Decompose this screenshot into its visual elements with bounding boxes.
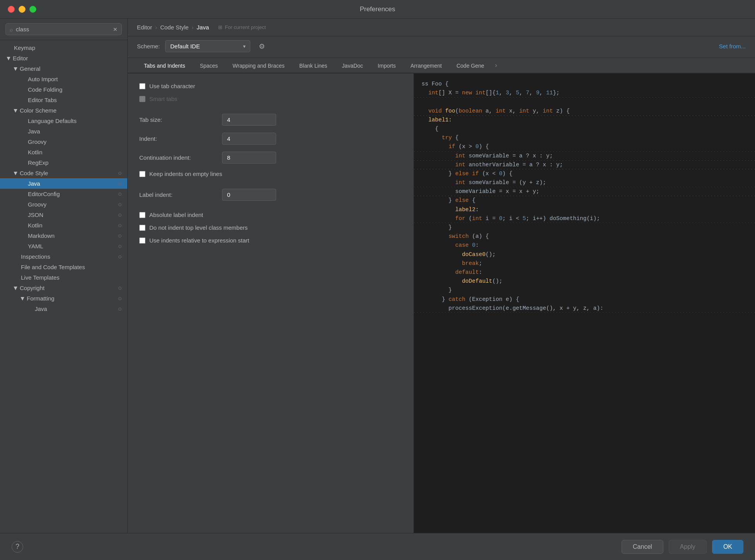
checkbox-use-tab-char[interactable] [139, 83, 145, 89]
tab-imports[interactable]: Imports [371, 59, 403, 73]
tree-item-label: Groovy [28, 201, 46, 208]
main-content: ⌕ ✕ Keymap▶Editor▶GeneralAuto ImportCode… [0, 19, 755, 533]
tree-item-groovy-cs[interactable]: Groovy⊙ [0, 199, 127, 210]
settings-panel: Use tab characterSmart tabsTab size:Inde… [128, 73, 414, 533]
checkbox-use-indents-relative[interactable] [139, 237, 145, 244]
code-line-6: try { [414, 133, 755, 142]
tree-item-general[interactable]: ▶General [0, 63, 127, 74]
tree-item-kotlin-cs[interactable]: Kotlin⊙ [0, 220, 127, 230]
code-line-17: switch (a) { [414, 232, 755, 241]
close-button[interactable] [8, 6, 15, 13]
tree-item-label: Editor Tabs [28, 97, 57, 103]
code-line-9: int anotherVariable = a ? x : y; [414, 160, 755, 169]
tab-code-gen[interactable]: Code Gene [449, 59, 491, 73]
field-label-tab-size: Tab size: [139, 116, 217, 123]
copy-icon: ⊙ [118, 171, 122, 176]
tree-item-auto-import[interactable]: Auto Import [0, 74, 127, 84]
tab-more-button[interactable]: › [492, 58, 500, 73]
copy-icon: ⊙ [118, 254, 122, 260]
breadcrumb-project: ⊞ For current project [218, 24, 266, 30]
clear-search-button[interactable]: ✕ [113, 26, 118, 32]
tree-item-kotlin-color[interactable]: Kotlin [0, 147, 127, 157]
tree-item-java-color[interactable]: Java [0, 126, 127, 137]
tree-item-label: Kotlin [28, 149, 43, 155]
tree-item-formatting[interactable]: ▶Formatting⊙ [0, 293, 127, 304]
checkbox-row-keep-indents: Keep indents on empty lines [139, 171, 402, 177]
tree-item-language-defaults[interactable]: Language Defaults [0, 116, 127, 126]
tab-wrapping-braces[interactable]: Wrapping and Braces [225, 59, 291, 73]
tree-item-markdown-cs[interactable]: Markdown⊙ [0, 230, 127, 241]
ok-button[interactable]: OK [712, 540, 743, 554]
search-input[interactable] [16, 26, 110, 32]
tree-item-copyright[interactable]: ▶Copyright⊙ [0, 283, 127, 293]
tree-item-label: RegExp [28, 159, 48, 166]
tree-item-editorconfig[interactable]: EditorConfig⊙ [0, 189, 127, 199]
field-input-label-indent[interactable] [222, 189, 276, 201]
scheme-gear-button[interactable]: ⚙ [256, 41, 268, 52]
maximize-button[interactable] [29, 6, 36, 13]
tree-item-label: Groovy [28, 138, 46, 145]
help-button[interactable]: ? [12, 541, 23, 553]
tree-item-java-fmt[interactable]: Java⊙ [0, 304, 127, 314]
chevron-icon: ▶ [13, 67, 19, 70]
scheme-select-wrap: Default IDE Project [165, 40, 250, 52]
tree-item-java-cs[interactable]: Java⊙ [0, 178, 127, 189]
code-line-12: someVariable = x = x + y; [414, 187, 755, 196]
tree-item-groovy-color[interactable]: Groovy [0, 137, 127, 147]
set-from-link[interactable]: Set from... [719, 43, 746, 50]
tree-item-editor-tabs[interactable]: Editor Tabs [0, 95, 127, 105]
field-input-indent[interactable] [222, 133, 276, 145]
checkbox-no-indent-top[interactable] [139, 225, 145, 231]
tab-tabs-indents[interactable]: Tabs and Indents [137, 59, 192, 73]
code-line-14: label2: [414, 205, 755, 214]
checkbox-absolute-label[interactable] [139, 212, 145, 218]
code-line-4: label1: [414, 116, 755, 125]
tree-item-code-folding[interactable]: Code Folding [0, 84, 127, 95]
checkbox-keep-indents[interactable] [139, 171, 145, 177]
tab-blank-lines[interactable]: Blank Lines [292, 59, 334, 73]
field-input-continuation-indent[interactable] [222, 152, 276, 164]
tree-item-keymap[interactable]: Keymap [0, 43, 127, 53]
tree-item-code-style[interactable]: ▶Code Style⊙ [0, 168, 127, 178]
scheme-select[interactable]: Default IDE Project [165, 40, 250, 52]
field-row-label-indent: Label indent: [139, 189, 402, 201]
copy-icon: ⊙ [118, 181, 122, 186]
tree-item-label: Auto Import [28, 76, 58, 82]
tree-item-inspections[interactable]: Inspections⊙ [0, 251, 127, 262]
field-row-indent: Indent: [139, 133, 402, 145]
tree-item-live-templates[interactable]: Live Templates [0, 272, 127, 283]
tree-item-json-cs[interactable]: JSON⊙ [0, 210, 127, 220]
tree-item-file-code-templates[interactable]: File and Code Templates [0, 262, 127, 272]
tree-item-color-scheme[interactable]: ▶Color Scheme [0, 105, 127, 116]
minimize-button[interactable] [19, 6, 26, 13]
code-line-18: case 0: [414, 241, 755, 250]
tree-item-editor[interactable]: ▶Editor [0, 53, 127, 63]
apply-button[interactable]: Apply [669, 540, 707, 554]
breadcrumb-code-style[interactable]: Code Style [160, 24, 188, 31]
tab-javadoc[interactable]: JavaDoc [335, 59, 370, 73]
breadcrumb-java[interactable]: Java [197, 24, 209, 31]
breadcrumb-editor[interactable]: Editor [137, 24, 152, 31]
cancel-button[interactable]: Cancel [622, 540, 663, 554]
title-bar: Preferences [0, 0, 755, 19]
field-input-tab-size[interactable] [222, 114, 276, 126]
right-panel: Editor › Code Style › Java ⊞ For current… [128, 19, 755, 533]
tree-item-regexp-color[interactable]: RegExp [0, 157, 127, 168]
tree-item-label: EditorConfig [28, 191, 60, 197]
code-line-5: { [414, 125, 755, 133]
tree-item-label: Java [28, 180, 40, 187]
tab-arrangement[interactable]: Arrangement [403, 59, 449, 73]
code-line-13: } else { [414, 196, 755, 205]
breadcrumb-sep-2: › [192, 24, 194, 31]
tree-item-label: YAML [28, 243, 43, 249]
copy-icon: ⊙ [118, 191, 122, 197]
tab-spaces[interactable]: Spaces [193, 59, 225, 73]
bottom-bar: ? Cancel Apply OK [0, 533, 755, 560]
tree-item-yaml-cs[interactable]: YAML⊙ [0, 241, 127, 251]
checkbox-label-no-indent-top: Do not indent top level class members [149, 224, 248, 231]
code-preview: ss Foo { int[] X = new int[]{1, 3, 5, 7,… [414, 73, 755, 533]
breadcrumb-sep-1: › [155, 24, 157, 31]
tree-item-label: Java [35, 306, 47, 312]
checkbox-smart-tabs[interactable] [139, 96, 145, 102]
copy-icon: ⊙ [118, 306, 122, 312]
